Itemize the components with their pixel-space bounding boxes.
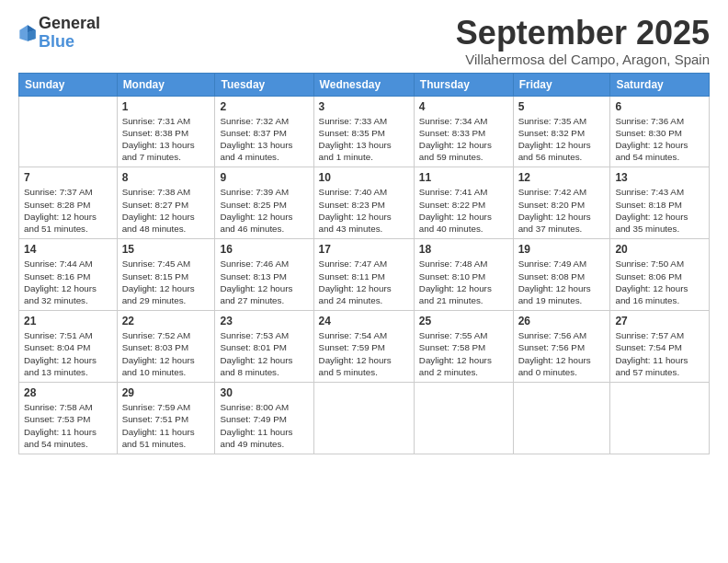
day-cell — [610, 383, 710, 454]
day-info: Sunrise: 7:45 AM Sunset: 8:15 PM Dayligh… — [122, 258, 210, 306]
day-number: 7 — [24, 171, 112, 184]
day-number: 28 — [24, 386, 112, 399]
day-number: 19 — [518, 243, 606, 256]
day-cell: 22Sunrise: 7:52 AM Sunset: 8:03 PM Dayli… — [117, 311, 215, 383]
day-number: 23 — [220, 315, 308, 327]
logo-general: General — [39, 15, 100, 33]
day-number: 16 — [220, 243, 308, 256]
calendar-table: Sunday Monday Tuesday Wednesday Thursday… — [18, 73, 710, 454]
day-number: 5 — [518, 100, 606, 113]
day-info: Sunrise: 7:51 AM Sunset: 8:04 PM Dayligh… — [24, 329, 112, 378]
col-thursday: Thursday — [414, 73, 513, 96]
day-cell: 12Sunrise: 7:42 AM Sunset: 8:20 PM Dayli… — [513, 167, 610, 239]
day-cell: 7Sunrise: 7:37 AM Sunset: 8:28 PM Daylig… — [19, 167, 118, 239]
day-number: 25 — [419, 315, 508, 327]
day-number: 8 — [122, 171, 210, 184]
day-number: 27 — [615, 315, 704, 327]
day-cell: 5Sunrise: 7:35 AM Sunset: 8:32 PM Daylig… — [513, 96, 610, 167]
logo-blue: Blue — [39, 33, 100, 52]
day-cell — [19, 96, 118, 167]
day-number: 1 — [122, 100, 210, 113]
day-info: Sunrise: 7:35 AM Sunset: 8:32 PM Dayligh… — [518, 115, 606, 164]
day-number: 21 — [24, 315, 112, 327]
day-number: 11 — [419, 171, 508, 184]
day-cell: 27Sunrise: 7:57 AM Sunset: 7:54 PM Dayli… — [610, 311, 710, 383]
day-cell: 19Sunrise: 7:49 AM Sunset: 8:08 PM Dayli… — [513, 239, 610, 311]
day-info: Sunrise: 8:00 AM Sunset: 7:49 PM Dayligh… — [220, 401, 308, 450]
day-info: Sunrise: 7:55 AM Sunset: 7:58 PM Dayligh… — [419, 329, 508, 378]
day-number: 3 — [319, 100, 409, 113]
header-row: Sunday Monday Tuesday Wednesday Thursday… — [19, 73, 710, 96]
day-info: Sunrise: 7:39 AM Sunset: 8:25 PM Dayligh… — [220, 186, 308, 235]
logo: General Blue — [18, 15, 100, 52]
day-info: Sunrise: 7:44 AM Sunset: 8:16 PM Dayligh… — [24, 258, 112, 306]
day-info: Sunrise: 7:58 AM Sunset: 7:53 PM Dayligh… — [24, 401, 112, 450]
day-cell — [313, 383, 414, 454]
col-monday: Monday — [117, 73, 215, 96]
col-sunday: Sunday — [19, 73, 118, 96]
day-cell: 6Sunrise: 7:36 AM Sunset: 8:30 PM Daylig… — [610, 96, 710, 167]
calendar-header: Sunday Monday Tuesday Wednesday Thursday… — [19, 73, 710, 96]
day-info: Sunrise: 7:56 AM Sunset: 7:56 PM Dayligh… — [518, 329, 606, 378]
day-number: 6 — [615, 100, 704, 113]
day-number: 12 — [518, 171, 606, 184]
col-friday: Friday — [513, 73, 610, 96]
day-cell: 21Sunrise: 7:51 AM Sunset: 8:04 PM Dayli… — [19, 311, 118, 383]
location-subtitle: Villahermosa del Campo, Aragon, Spain — [456, 52, 710, 67]
day-cell: 2Sunrise: 7:32 AM Sunset: 8:37 PM Daylig… — [215, 96, 313, 167]
day-info: Sunrise: 7:57 AM Sunset: 7:54 PM Dayligh… — [615, 329, 704, 378]
day-cell: 28Sunrise: 7:58 AM Sunset: 7:53 PM Dayli… — [19, 383, 118, 454]
day-number: 20 — [615, 243, 704, 256]
day-number: 9 — [220, 171, 308, 184]
day-cell: 8Sunrise: 7:38 AM Sunset: 8:27 PM Daylig… — [117, 167, 215, 239]
col-tuesday: Tuesday — [215, 73, 313, 96]
col-saturday: Saturday — [610, 73, 710, 96]
day-cell: 18Sunrise: 7:48 AM Sunset: 8:10 PM Dayli… — [414, 239, 513, 311]
day-info: Sunrise: 7:48 AM Sunset: 8:10 PM Dayligh… — [419, 258, 508, 306]
day-number: 17 — [319, 243, 409, 256]
day-cell: 1Sunrise: 7:31 AM Sunset: 8:38 PM Daylig… — [117, 96, 215, 167]
logo-icon — [18, 24, 37, 42]
day-cell — [513, 383, 610, 454]
day-info: Sunrise: 7:59 AM Sunset: 7:51 PM Dayligh… — [122, 401, 210, 450]
day-cell: 11Sunrise: 7:41 AM Sunset: 8:22 PM Dayli… — [414, 167, 513, 239]
day-info: Sunrise: 7:33 AM Sunset: 8:35 PM Dayligh… — [319, 115, 409, 164]
day-number: 26 — [518, 315, 606, 327]
day-info: Sunrise: 7:52 AM Sunset: 8:03 PM Dayligh… — [122, 329, 210, 378]
day-cell: 26Sunrise: 7:56 AM Sunset: 7:56 PM Dayli… — [513, 311, 610, 383]
day-info: Sunrise: 7:53 AM Sunset: 8:01 PM Dayligh… — [220, 329, 308, 378]
day-cell: 14Sunrise: 7:44 AM Sunset: 8:16 PM Dayli… — [19, 239, 118, 311]
day-info: Sunrise: 7:46 AM Sunset: 8:13 PM Dayligh… — [220, 258, 308, 306]
day-number: 24 — [319, 315, 409, 327]
day-cell: 24Sunrise: 7:54 AM Sunset: 7:59 PM Dayli… — [313, 311, 414, 383]
day-number: 4 — [419, 100, 508, 113]
page: General Blue September 2025 Villahermosa… — [0, 0, 728, 464]
day-cell: 4Sunrise: 7:34 AM Sunset: 8:33 PM Daylig… — [414, 96, 513, 167]
day-cell: 30Sunrise: 8:00 AM Sunset: 7:49 PM Dayli… — [215, 383, 313, 454]
day-number: 29 — [122, 386, 210, 399]
day-info: Sunrise: 7:40 AM Sunset: 8:23 PM Dayligh… — [319, 186, 409, 235]
day-number: 30 — [220, 386, 308, 399]
day-info: Sunrise: 7:47 AM Sunset: 8:11 PM Dayligh… — [319, 258, 409, 306]
week-row-4: 21Sunrise: 7:51 AM Sunset: 8:04 PM Dayli… — [19, 311, 710, 383]
day-cell — [414, 383, 513, 454]
day-number: 15 — [122, 243, 210, 256]
week-row-2: 7Sunrise: 7:37 AM Sunset: 8:28 PM Daylig… — [19, 167, 710, 239]
week-row-5: 28Sunrise: 7:58 AM Sunset: 7:53 PM Dayli… — [19, 383, 710, 454]
calendar-body: 1Sunrise: 7:31 AM Sunset: 8:38 PM Daylig… — [19, 96, 710, 454]
day-number: 18 — [419, 243, 508, 256]
day-cell: 3Sunrise: 7:33 AM Sunset: 8:35 PM Daylig… — [313, 96, 414, 167]
day-info: Sunrise: 7:43 AM Sunset: 8:18 PM Dayligh… — [615, 186, 704, 235]
day-cell: 17Sunrise: 7:47 AM Sunset: 8:11 PM Dayli… — [313, 239, 414, 311]
week-row-3: 14Sunrise: 7:44 AM Sunset: 8:16 PM Dayli… — [19, 239, 710, 311]
day-cell: 25Sunrise: 7:55 AM Sunset: 7:58 PM Dayli… — [414, 311, 513, 383]
day-info: Sunrise: 7:42 AM Sunset: 8:20 PM Dayligh… — [518, 186, 606, 235]
col-wednesday: Wednesday — [313, 73, 414, 96]
day-info: Sunrise: 7:41 AM Sunset: 8:22 PM Dayligh… — [419, 186, 508, 235]
day-number: 2 — [220, 100, 308, 113]
day-info: Sunrise: 7:54 AM Sunset: 7:59 PM Dayligh… — [319, 329, 409, 378]
day-cell: 29Sunrise: 7:59 AM Sunset: 7:51 PM Dayli… — [117, 383, 215, 454]
day-info: Sunrise: 7:50 AM Sunset: 8:06 PM Dayligh… — [615, 258, 704, 306]
logo-text: General Blue — [39, 15, 100, 52]
month-title: September 2025 — [456, 15, 710, 52]
